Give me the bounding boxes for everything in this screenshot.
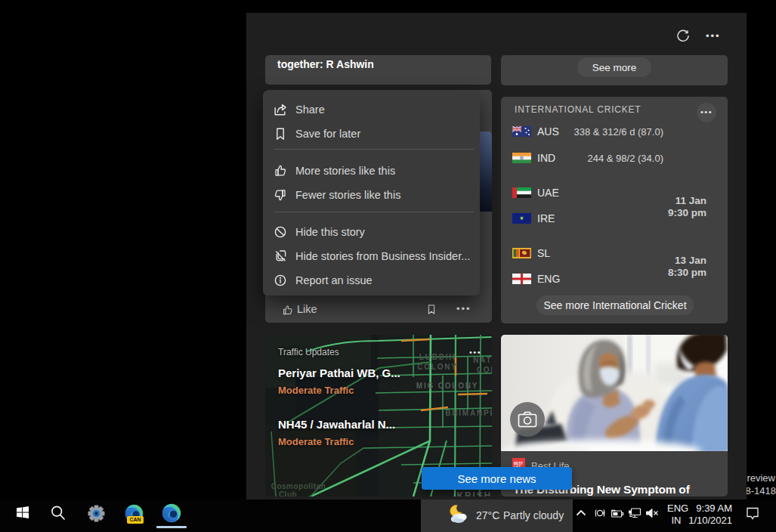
- svg-text:NATE: NATE: [473, 356, 492, 364]
- svg-text:KRISHN: KRISHN: [457, 490, 492, 496]
- svg-text:COLONY: COLONY: [417, 363, 458, 371]
- svg-text:LUBDHI: LUBDHI: [419, 353, 456, 361]
- svg-text:BHIMANPE: BHIMANPE: [445, 409, 492, 417]
- svg-text:COL: COL: [477, 366, 492, 374]
- svg-text:Club: Club: [279, 490, 297, 496]
- svg-text:MIG COLONY: MIG COLONY: [416, 382, 478, 390]
- svg-text:Cosmopolitan: Cosmopolitan: [271, 482, 326, 490]
